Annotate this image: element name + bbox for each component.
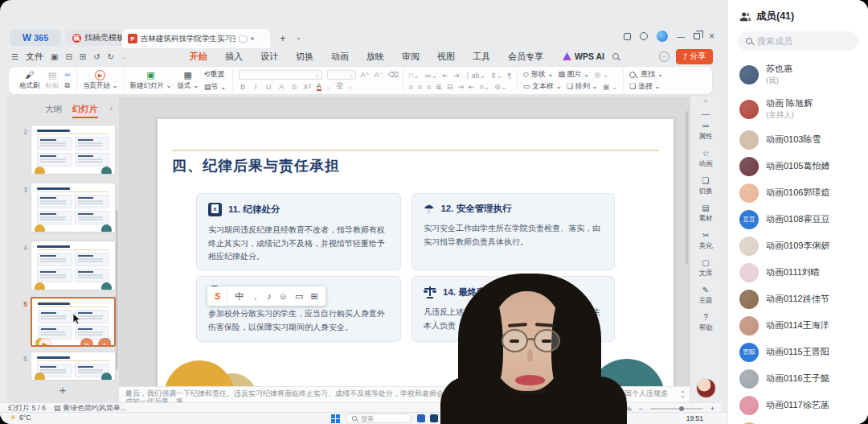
menu-放映[interactable]: 放映 <box>366 51 384 63</box>
share-button[interactable]: ⤴ 分享 <box>676 49 713 64</box>
rail-item-help[interactable]: ?帮助 <box>690 313 721 333</box>
member-row[interactable]: 豆豆动画0108霍豆豆 <box>728 206 868 233</box>
picture-button[interactable]: ▨ 图片 ⌄ <box>558 69 589 80</box>
rail-item-beautify[interactable]: ✂美化 <box>690 231 721 251</box>
menu-设计[interactable]: 设计 <box>260 51 278 63</box>
clear-format-button[interactable]: ⌫ <box>388 70 397 79</box>
new-slide-button[interactable]: ▣ 新建幻灯片 ⌄ <box>130 71 172 91</box>
format-A-button[interactable]: A <box>277 82 286 91</box>
member-row[interactable]: 动画 陈旭辉(主持人) <box>728 92 868 126</box>
member-row[interactable]: 动画0103陈雪 <box>728 126 868 153</box>
save-icon[interactable]: ▣ <box>51 52 58 61</box>
collapse-panel-icon[interactable]: ‹ <box>110 104 113 113</box>
card-discipline[interactable]: 11. 纪律处分 实习期间违反纪律且经教育不改者，指导教师有权终止其实习，成绩记… <box>196 193 401 270</box>
thumb-play-button[interactable]: ▶ <box>39 338 51 347</box>
menu-审阅[interactable]: 审阅 <box>402 51 420 63</box>
member-row[interactable]: 动画0117徐艺菡 <box>728 392 868 418</box>
slide-thumbnail-6[interactable] <box>31 352 116 381</box>
justify-button[interactable]: ≣ <box>436 83 442 91</box>
find-button[interactable]: 查找 ⌄ <box>629 69 663 80</box>
toolbox-icon[interactable]: ⊞ <box>310 287 317 305</box>
select-button[interactable]: ❏ 选择 ⌄ <box>629 81 663 92</box>
collaboration-icon[interactable]: − <box>659 51 669 62</box>
windows-start-button[interactable] <box>331 414 340 423</box>
rail-item-assets[interactable]: ▤素材 <box>690 204 721 224</box>
fill-button[interactable]: ▣ ⌄ <box>603 83 618 91</box>
numbering-button[interactable]: ≔⌄ <box>424 72 438 80</box>
menu-动画[interactable]: 动画 <box>331 51 349 63</box>
distribute-button[interactable]: ≡⌄ <box>480 83 490 91</box>
grow-font-button[interactable]: A⁺ <box>361 70 370 79</box>
layout-mode-icon[interactable] <box>624 33 631 40</box>
tab-template[interactable]: 稿 找稿壳模板 <box>66 30 131 46</box>
notes-scroll-arrows[interactable]: ▲▼ <box>681 389 685 399</box>
icon-library-button[interactable]: ◎ ⌄ <box>595 71 609 79</box>
undo-icon[interactable]: ↺ <box>93 52 100 61</box>
text-effects-button[interactable]: 变 <box>335 81 344 92</box>
section-button[interactable]: ▤节 ⌄ <box>204 82 227 93</box>
line-spacing-button[interactable]: ⇕⌄ <box>490 72 502 80</box>
member-row[interactable]: 动画0116王子懿 <box>728 365 868 392</box>
text-direction-button[interactable]: 丨ab⌄ <box>464 71 485 81</box>
restore-button[interactable] <box>694 33 700 39</box>
new-tab-button[interactable]: + <box>280 32 286 44</box>
effects-caret-icon[interactable]: ⌄ <box>349 84 353 89</box>
account-avatar[interactable] <box>657 31 668 42</box>
member-row[interactable]: 动画0118闫雅珂 <box>728 418 868 424</box>
punctuation-icon[interactable]: ， <box>251 287 260 305</box>
align-center-button[interactable]: ≡ <box>418 83 422 91</box>
taskbar-app-icon-0[interactable] <box>417 414 425 422</box>
member-row[interactable]: 动画0114王海洋 <box>728 312 868 339</box>
chinese-mode-icon[interactable]: 中 <box>235 287 244 305</box>
slide-thumbnail-4[interactable] <box>31 241 116 290</box>
paragraph-mark-button[interactable]: ¶ <box>507 72 511 80</box>
menu-开始[interactable]: 开始 <box>190 51 207 63</box>
menu-工具[interactable]: 工具 <box>473 51 490 63</box>
arrange-button[interactable]: ❏ 排列 ⌄ <box>567 81 598 92</box>
add-slide-button[interactable]: + <box>6 383 119 397</box>
rail-item-transition[interactable]: ❏切换 <box>690 176 721 196</box>
mic-icon[interactable]: ♪ <box>267 287 272 305</box>
member-row[interactable]: 动画0106郭璟煊 <box>728 179 868 206</box>
indent-less-button[interactable]: ⇤ <box>469 83 475 91</box>
globe-icon[interactable] <box>640 32 648 40</box>
member-row[interactable]: 动画0105葛怡婧 <box>728 153 868 179</box>
font-family-select[interactable]: ⌄ <box>239 70 322 80</box>
redo-icon[interactable]: ↻ <box>108 52 114 61</box>
format-I-button[interactable]: I <box>252 82 260 91</box>
skin-icon[interactable]: ▭ <box>295 287 303 305</box>
canvas-scrollbar[interactable] <box>686 111 688 264</box>
merge-button[interactable]: ⊜⌄ <box>494 83 506 91</box>
sogou-logo-icon[interactable]: S <box>215 287 227 305</box>
format-U-button[interactable]: U <box>264 82 273 91</box>
font-color-button[interactable]: A <box>317 82 321 91</box>
zoom-in-button[interactable]: + <box>710 405 714 413</box>
slide-thumbnail-3[interactable] <box>31 183 116 233</box>
font-color-caret-icon[interactable]: ⌄ <box>326 84 330 89</box>
slide-thumbnail-2[interactable] <box>31 125 116 175</box>
menu-视图[interactable]: 视图 <box>437 51 455 63</box>
tab-document[interactable]: P 吉林建筑科技学院学生实习安.. <box>122 29 270 48</box>
emoji-icon[interactable]: ☺ <box>279 287 288 305</box>
file-menu[interactable]: 文件 <box>26 51 43 63</box>
paste-button[interactable]: ▤ 粘贴 <box>46 71 59 91</box>
rail-collapse-icon[interactable]: — <box>690 109 721 118</box>
rail-item-theme[interactable]: ✎主题 <box>690 286 721 306</box>
more-caret-icon[interactable]: ⌄ <box>121 54 125 60</box>
rail-item-properties[interactable]: ≔属性 <box>690 121 721 142</box>
member-row[interactable]: 动画0111刘晴 <box>728 259 868 286</box>
member-row[interactable]: 晋阳动画0115王晋阳 <box>728 339 868 365</box>
rail-scroll-up-icon[interactable]: ▵ <box>690 97 721 108</box>
wps-ai-menu[interactable]: WPS AI <box>563 51 604 61</box>
taskbar-search[interactable]: 搜索 <box>346 414 411 423</box>
reset-button[interactable]: ⟲重置 <box>204 69 227 80</box>
search-icon[interactable] <box>612 53 619 60</box>
font-size-select[interactable]: ⌄ <box>327 70 356 80</box>
align-left-button[interactable]: ≡ <box>409 83 413 91</box>
weather-widget[interactable]: ☀ 6°C <box>10 414 31 422</box>
bullets-button[interactable]: ∷⌄ <box>409 72 420 80</box>
member-row[interactable]: 动画0109李俐妍 <box>728 233 868 259</box>
slide-title[interactable]: 四、纪律后果与责任承担 <box>172 156 340 175</box>
thumb-add-button[interactable]: + <box>98 338 111 347</box>
preview-icon[interactable]: ⊞ <box>80 52 86 61</box>
